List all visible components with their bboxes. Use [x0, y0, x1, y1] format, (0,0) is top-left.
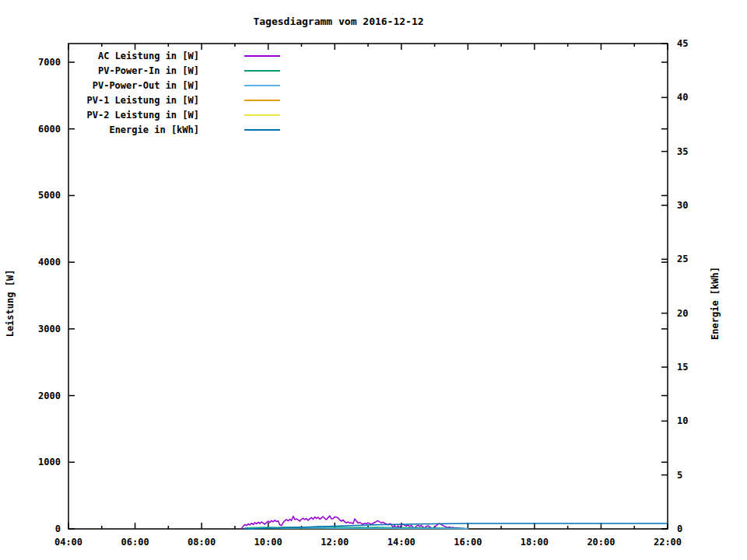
y1-tick-label: 5000 — [38, 190, 61, 201]
y2-tick-label: 20 — [677, 308, 688, 319]
x-tick-label: 22:00 — [654, 537, 682, 548]
x-tick-label: 06:00 — [121, 537, 149, 548]
legend-label-3: PV-1 Leistung in [W] — [87, 95, 200, 106]
y2-tick-label: 40 — [677, 92, 688, 103]
chart-figure: 04:0006:0008:0010:0012:0014:0016:0018:00… — [0, 0, 747, 560]
y1-tick-label: 6000 — [38, 124, 61, 135]
legend-label-2: PV-Power-Out in [W] — [93, 80, 199, 91]
y2-tick-label: 30 — [677, 200, 688, 211]
chart-canvas: 04:0006:0008:0010:0012:0014:0016:0018:00… — [0, 0, 747, 560]
y1-tick-label: 4000 — [38, 257, 61, 268]
series-line-0 — [241, 516, 465, 529]
y1-tick-label: 7000 — [38, 57, 61, 68]
x-tick-label: 14:00 — [388, 537, 416, 548]
legend-label-4: PV-2 Leistung in [W] — [87, 110, 200, 121]
chart-title: Tagesdiagramm vom 2016-12-12 — [253, 16, 423, 27]
legend-label-5: Energie in [kWh] — [109, 124, 199, 135]
x-tick-label: 18:00 — [521, 537, 549, 548]
legend: AC Leistung in [W]PV-Power-In in [W]PV-P… — [87, 51, 281, 135]
x-tick-label: 10:00 — [254, 537, 282, 548]
series-layer — [241, 516, 668, 529]
y-axis-label: Leistung [W] — [5, 270, 16, 338]
x-tick-label: 16:00 — [454, 537, 482, 548]
y2-tick-label: 25 — [677, 254, 688, 264]
y2-tick-label: 35 — [677, 146, 688, 157]
legend-label-1: PV-Power-In in [W] — [98, 65, 199, 76]
y2-tick-label: 0 — [677, 523, 682, 534]
y2-tick-label: 10 — [677, 415, 688, 426]
y1-tick-label: 1000 — [38, 457, 61, 467]
x-tick-label: 08:00 — [188, 537, 216, 548]
y2-tick-label: 15 — [677, 362, 688, 373]
y2-tick-label: 5 — [677, 470, 682, 481]
y1-tick-label: 0 — [55, 523, 61, 534]
y2-axis-label: Energie [kWh] — [710, 267, 721, 340]
legend-label-0: AC Leistung in [W] — [98, 51, 199, 61]
y1-tick-label: 2000 — [38, 390, 61, 401]
y1-tick-label: 3000 — [38, 324, 61, 334]
x-tick-label: 20:00 — [587, 537, 615, 548]
y2-tick-label: 45 — [677, 38, 688, 49]
x-tick-label: 12:00 — [321, 537, 349, 548]
x-tick-label: 04:00 — [54, 537, 82, 548]
